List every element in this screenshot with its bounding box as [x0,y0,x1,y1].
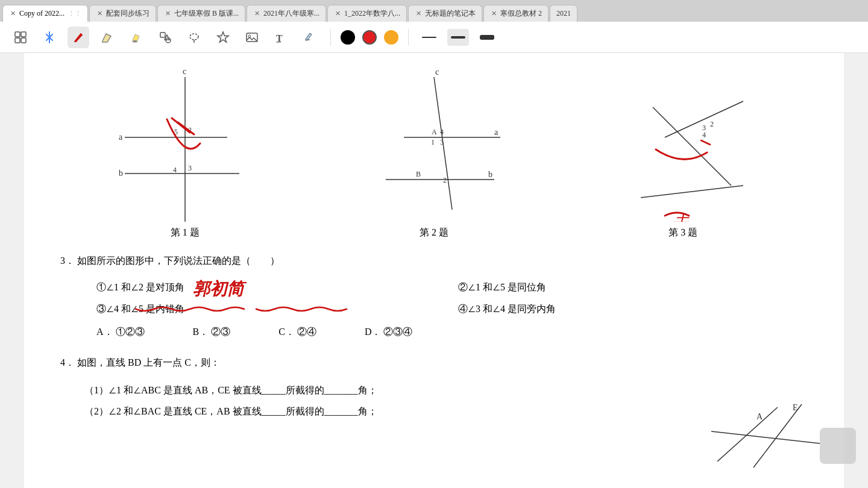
svg-text:c: c [183,67,186,76]
svg-text:4: 4 [702,131,706,139]
tab-label: 寒假总教材 2 [500,8,542,19]
option-1: ①∠1 和∠2 是对顶角 [96,278,446,297]
tab-label: 1_2022年数学八... [344,8,400,19]
tab-2021banian[interactable]: ✕ 2021年八年级寒... [247,5,326,22]
svg-text:2: 2 [710,120,714,128]
svg-text:E: E [793,403,798,412]
tab-label: 配套同步练习 [106,8,149,19]
star-icon [216,31,230,44]
tab-close-icon[interactable]: ✕ [335,10,341,17]
question-4-num: 4． [60,357,75,368]
select-icon [14,31,27,44]
figures-row: a b c 5 2 4 3 第 1 题 [60,65,808,239]
highlighter-tool-button[interactable] [125,27,147,48]
tab-1-2022[interactable]: ✕ 1_2022年数学八... [327,5,407,22]
tab-close-icon[interactable]: ✕ [10,10,16,17]
question-3-answers: A． ①②③ B． ②③ C． ②④ D． ②③④ [96,326,808,339]
separator-1 [330,29,331,46]
answer-c: C． ②④ [278,326,316,339]
tab-hanjia-zong[interactable]: ✕ 寒假总教材 2 [483,5,549,22]
svg-text:T: T [276,33,283,43]
select-tool-button[interactable] [10,27,31,48]
toolbar: T [0,22,868,53]
answer-b-value: ②③ [211,327,230,337]
tab-label: Copy of 2022... [19,9,64,18]
svg-rect-6 [160,33,165,37]
content-area: a b c 5 2 4 3 第 1 题 [24,53,844,488]
figure-3-label: 第 3 题 [668,227,697,239]
svg-text:3: 3 [188,164,192,172]
svg-rect-5 [133,40,137,42]
tab-label: 2021 [556,9,571,18]
figure-3: 3 2 4 去 第 3 题 [593,65,773,239]
figure-1-label: 第 1 题 [171,227,200,239]
svg-rect-13 [306,39,310,40]
tab-close-icon[interactable]: ✕ [491,10,497,17]
tab-peitao[interactable]: ✕ 配套同步练习 [89,5,156,22]
figure-2-svg: a b c A 4 1 3 B 2 [356,65,512,222]
svg-rect-1 [21,32,26,37]
svg-text:3: 3 [440,138,444,146]
figure-1-svg: a b c 5 2 4 3 [107,65,263,222]
answer-d-label: D． [365,327,382,337]
option-4: ④∠3 和∠4 是同旁内角 [458,299,808,319]
line-medium-button[interactable] [447,29,469,46]
tab-close-icon[interactable]: ✕ [165,10,171,17]
tab-close-icon[interactable]: ✕ [97,10,102,17]
tab-close-icon[interactable]: ✕ [254,10,260,17]
svg-text:去: 去 [672,213,690,222]
answer-a-value: ①②③ [116,327,145,337]
svg-text:A: A [756,412,763,421]
color-orange[interactable] [384,30,398,45]
bluetooth-icon [44,31,55,44]
lasso-icon [187,31,201,44]
separator-2 [408,29,409,46]
shapes-icon [159,31,172,44]
answer-a: A． ①②③ [96,326,145,339]
svg-text:4: 4 [173,166,177,174]
figure-4-partial: A E [705,401,826,476]
tab-label: 无标题的笔记本 [425,8,476,19]
figure-2-label: 第 2 题 [420,227,448,239]
svg-line-44 [717,407,778,461]
tab-2021[interactable]: 2021 [550,5,577,22]
answer-c-value: ②④ [297,327,316,337]
figure-4-svg: A E [705,401,826,474]
star-tool-button[interactable] [212,27,234,48]
svg-point-7 [166,38,171,43]
bluetooth-button[interactable] [39,27,60,48]
line-thin-button[interactable] [418,29,440,46]
color-red[interactable] [362,30,377,45]
svg-text:1: 1 [431,138,435,146]
question-3-text: 如图所示的图形中，下列说法正确的是（ ） [77,255,280,266]
svg-line-37 [653,107,731,186]
color-black[interactable] [341,30,355,45]
text-icon: T [274,31,288,44]
tab-copy-2022[interactable]: ✕ Copy of 2022... ⋮⋮ [2,5,88,22]
marker-tool-button[interactable] [299,27,321,48]
eraser-tool-button[interactable] [96,27,118,48]
svg-text:b: b [119,169,123,178]
tab-qinianjia[interactable]: ✕ 七年级寒假 B 版课... [157,5,245,22]
svg-rect-2 [15,38,20,43]
lasso-tool-button[interactable] [183,27,205,48]
answer-b-label: B． [193,327,209,337]
scroll-button[interactable] [820,428,844,464]
pen-tool-button[interactable] [68,27,89,48]
svg-rect-0 [15,32,20,37]
tab-drag-icon: ⋮⋮ [68,10,81,17]
option-3: ③∠4 和∠5 是内错角 [96,299,446,319]
text-tool-button[interactable]: T [270,27,292,48]
tab-close-icon[interactable]: ✕ [416,10,421,17]
tab-wubiaoti[interactable]: ✕ 无标题的笔记本 [408,5,482,22]
answer-d: D． ②③④ [365,326,413,339]
image-tool-button[interactable] [241,27,263,48]
question-3: 3． 如图所示的图形中，下列说法正确的是（ ） [60,251,808,271]
question-4-subquestions: （1）∠1 和∠ABC 是直线 AB，CE 被直线_____所截得的______… [84,380,808,422]
line-thick-button[interactable] [476,29,498,46]
highlighter-icon [130,31,143,44]
svg-text:a: a [119,133,123,142]
question-4: 4． 如图，直线 BD 上有一点 C，则： [60,353,808,372]
shapes-tool-button[interactable] [154,27,176,48]
svg-text:A: A [432,128,437,136]
